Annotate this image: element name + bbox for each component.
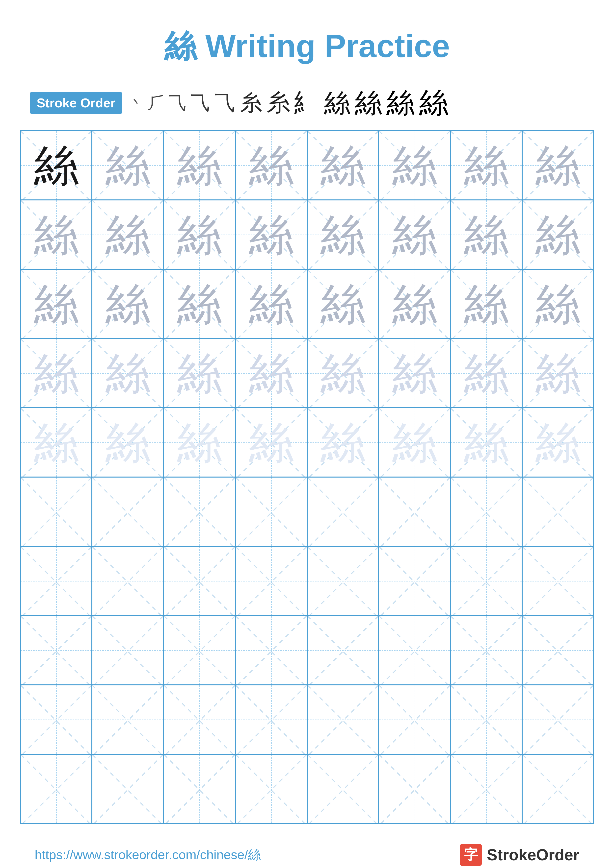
grid-cell-r6c5[interactable]	[307, 477, 379, 546]
char-r2c7: 絲	[464, 212, 508, 257]
grid-cell-r4c7[interactable]: 絲	[450, 338, 522, 408]
grid-cell-r6c3[interactable]	[164, 477, 235, 546]
grid-cell-r1c7[interactable]: 絲	[450, 131, 522, 200]
grid-cell-r1c8[interactable]: 絲	[522, 131, 594, 200]
grid-cell-r5c4[interactable]: 絲	[235, 408, 307, 477]
grid-cell-r1c3[interactable]: 絲	[164, 131, 235, 200]
svg-line-87	[236, 477, 306, 546]
grid-cell-r2c5[interactable]: 絲	[307, 200, 379, 269]
char-r2c6: 絲	[392, 212, 437, 257]
grid-cell-r8c8[interactable]	[522, 615, 594, 685]
char-r3c4: 絲	[249, 282, 294, 326]
grid-cell-r9c5[interactable]	[307, 685, 379, 754]
page-title: 絲 Writing Practice	[164, 25, 450, 68]
grid-cell-r1c6[interactable]: 絲	[379, 131, 450, 200]
svg-line-143	[522, 685, 593, 754]
footer-logo: 字 StrokeOrder	[460, 844, 579, 866]
svg-line-150	[236, 755, 306, 823]
grid-cell-r1c5[interactable]: 絲	[307, 131, 379, 200]
grid-cell-r9c2[interactable]	[92, 685, 163, 754]
grid-cell-r9c7[interactable]	[450, 685, 522, 754]
grid-cell-r3c6[interactable]: 絲	[379, 269, 450, 338]
grid-cell-r2c1[interactable]: 絲	[20, 200, 92, 269]
grid-cell-r1c2[interactable]: 絲	[92, 131, 163, 200]
grid-cell-r2c7[interactable]: 絲	[450, 200, 522, 269]
grid-cell-r4c2[interactable]: 絲	[92, 338, 163, 408]
grid-cell-r8c3[interactable]	[164, 615, 235, 685]
grid-cell-r9c4[interactable]	[235, 685, 307, 754]
grid-cell-r7c7[interactable]	[450, 546, 522, 615]
grid-cell-r7c2[interactable]	[92, 546, 163, 615]
grid-cell-r5c5[interactable]: 絲	[307, 408, 379, 477]
grid-cell-r9c1[interactable]	[20, 685, 92, 754]
grid-cell-r9c6[interactable]	[379, 685, 450, 754]
grid-cell-r10c6[interactable]	[379, 754, 450, 823]
grid-cell-r1c1[interactable]: 絲	[20, 131, 92, 200]
grid-cell-r2c6[interactable]: 絲	[379, 200, 450, 269]
svg-line-94	[522, 477, 593, 546]
grid-cell-r6c8[interactable]	[522, 477, 594, 546]
grid-cell-r10c7[interactable]	[450, 754, 522, 823]
char-r1c3: 絲	[177, 143, 222, 188]
grid-cell-r3c8[interactable]: 絲	[522, 269, 594, 338]
grid-cell-r8c7[interactable]	[450, 615, 522, 685]
grid-cell-r8c2[interactable]	[92, 615, 163, 685]
grid-cell-r9c3[interactable]	[164, 685, 235, 754]
grid-cell-r10c4[interactable]	[235, 754, 307, 823]
grid-cell-r3c5[interactable]: 絲	[307, 269, 379, 338]
grid-cell-r7c1[interactable]	[20, 546, 92, 615]
svg-line-145	[21, 755, 92, 823]
footer-url[interactable]: https://www.strokeorder.com/chinese/絲	[35, 846, 261, 863]
grid-cell-r3c1[interactable]: 絲	[20, 269, 92, 338]
grid-cell-r10c1[interactable]	[20, 754, 92, 823]
grid-cell-r10c8[interactable]	[522, 754, 594, 823]
char-r2c3: 絲	[177, 212, 222, 257]
grid-cell-r5c3[interactable]: 絲	[164, 408, 235, 477]
grid-cell-r3c3[interactable]: 絲	[164, 269, 235, 338]
grid-cell-r8c5[interactable]	[307, 615, 379, 685]
svg-line-130	[92, 685, 163, 754]
grid-cell-r9c8[interactable]	[522, 685, 594, 754]
grid-cell-r6c1[interactable]	[20, 477, 92, 546]
grid-cell-r10c2[interactable]	[92, 754, 163, 823]
grid-cell-r8c1[interactable]	[20, 615, 92, 685]
grid-cell-r6c2[interactable]	[92, 477, 163, 546]
grid-cell-r5c1[interactable]: 絲	[20, 408, 92, 477]
grid-cell-r4c1[interactable]: 絲	[20, 338, 92, 408]
grid-cell-r2c4[interactable]: 絲	[235, 200, 307, 269]
grid-cell-r2c3[interactable]: 絲	[164, 200, 235, 269]
grid-cell-r10c3[interactable]	[164, 754, 235, 823]
grid-cell-r5c6[interactable]: 絲	[379, 408, 450, 477]
grid-cell-r7c8[interactable]	[522, 546, 594, 615]
grid-cell-r3c4[interactable]: 絲	[235, 269, 307, 338]
svg-line-118	[236, 616, 306, 685]
grid-cell-r5c7[interactable]: 絲	[450, 408, 522, 477]
grid-cell-r4c4[interactable]: 絲	[235, 338, 307, 408]
svg-line-102	[236, 547, 306, 615]
grid-cell-r3c2[interactable]: 絲	[92, 269, 163, 338]
grid-cell-r4c6[interactable]: 絲	[379, 338, 450, 408]
grid-cell-r3c7[interactable]: 絲	[450, 269, 522, 338]
grid-cell-r6c6[interactable]	[379, 477, 450, 546]
svg-line-128	[21, 685, 92, 754]
grid-cell-r4c5[interactable]: 絲	[307, 338, 379, 408]
grid-cell-r10c5[interactable]	[307, 754, 379, 823]
grid-cell-r4c3[interactable]: 絲	[164, 338, 235, 408]
grid-cell-r6c4[interactable]	[235, 477, 307, 546]
grid-cell-r7c6[interactable]	[379, 546, 450, 615]
grid-cell-r5c2[interactable]: 絲	[92, 408, 163, 477]
svg-line-113	[21, 616, 92, 685]
char-r5c8: 絲	[535, 420, 580, 465]
grid-cell-r6c7[interactable]	[450, 477, 522, 546]
grid-cell-r8c4[interactable]	[235, 615, 307, 685]
grid-cell-r4c8[interactable]: 絲	[522, 338, 594, 408]
grid-cell-r2c2[interactable]: 絲	[92, 200, 163, 269]
grid-cell-r7c5[interactable]	[307, 546, 379, 615]
grid-cell-r1c4[interactable]: 絲	[235, 131, 307, 200]
grid-cell-r2c8[interactable]: 絲	[522, 200, 594, 269]
svg-line-153	[308, 755, 378, 823]
grid-cell-r7c4[interactable]	[235, 546, 307, 615]
grid-cell-r8c6[interactable]	[379, 615, 450, 685]
grid-cell-r7c3[interactable]	[164, 546, 235, 615]
grid-cell-r5c8[interactable]: 絲	[522, 408, 594, 477]
